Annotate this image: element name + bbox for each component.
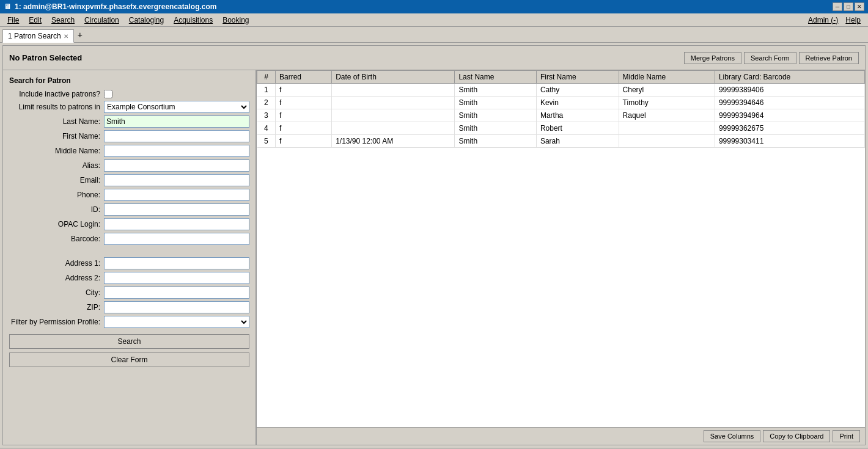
search-panel: Search for Patron Include inactive patro… (3, 70, 257, 445)
zip-input[interactable] (104, 301, 249, 313)
cell-firstname: Kevin (536, 97, 619, 109)
form-row-id: ID: (9, 203, 249, 216)
menu-circulation[interactable]: Circulation (79, 15, 124, 26)
include-inactive-checkbox[interactable] (104, 90, 112, 98)
tab-bar: 1 Patron Search ✕ + (0, 27, 868, 43)
cell-barcode: 99999303411 (715, 135, 864, 148)
title-bar: 🖥 1: admin@BR1-winxpvmfx.phasefx.evergre… (0, 0, 868, 13)
cell-barred: f (276, 84, 332, 97)
phone-input[interactable] (104, 189, 249, 201)
menu-acquisitions[interactable]: Acquisitions (169, 15, 218, 26)
cell-middlename (619, 122, 715, 135)
restore-button[interactable]: □ (844, 2, 853, 11)
form-row-email: Email: (9, 174, 249, 186)
label-city: City: (9, 288, 104, 297)
opac-login-input[interactable] (104, 218, 249, 230)
header-buttons: Merge Patrons Search Form Retrieve Patro… (684, 52, 859, 64)
search-form-button[interactable]: Search Form (744, 52, 796, 64)
address2-input[interactable] (104, 272, 249, 284)
address1-input[interactable] (104, 257, 249, 269)
col-barred: Barred (276, 71, 332, 84)
label-address2: Address 2: (9, 274, 104, 282)
cell-lastname: Smith (455, 97, 537, 109)
form-row-inactive: Include inactive patrons? (9, 90, 249, 98)
cell-dob: 1/13/90 12:00 AM (332, 135, 455, 148)
cell-dob (332, 97, 455, 109)
form-row-lastname: Last Name: (9, 115, 249, 128)
form-row-address2: Address 2: (9, 272, 249, 284)
form-row-phone: Phone: (9, 189, 249, 201)
cell-barcode: 99999394964 (715, 109, 864, 122)
table-row[interactable]: 4 f Smith Robert 99999362675 (257, 122, 865, 135)
form-row-limit: Limit results to patrons in Example Cons… (9, 101, 249, 113)
save-columns-button[interactable]: Save Columns (704, 430, 761, 442)
table-row[interactable]: 5 f 1/13/90 12:00 AM Smith Sarah 9999930… (257, 135, 865, 148)
print-button[interactable]: Print (833, 430, 860, 442)
cell-middlename: Cheryl (619, 84, 715, 97)
cell-firstname: Martha (536, 109, 619, 122)
table-row[interactable]: 3 f Smith Martha Raquel 99999394964 (257, 109, 865, 122)
tab-close-icon[interactable]: ✕ (64, 33, 68, 40)
results-table-container: # Barred Date of Birth Last Name First N… (257, 70, 865, 427)
email-input[interactable] (104, 174, 249, 186)
search-button[interactable]: Search (9, 334, 249, 349)
cell-num: 4 (257, 122, 276, 135)
tab-patron-search[interactable]: 1 Patron Search ✕ (2, 29, 74, 43)
menu-right: Admin (-) Help (808, 16, 866, 24)
cell-barred: f (276, 97, 332, 109)
limit-patrons-select[interactable]: Example Consortium (104, 101, 249, 113)
label-alias: Alias: (9, 161, 104, 170)
city-input[interactable] (104, 287, 249, 299)
retrieve-patron-button[interactable]: Retrieve Patron (799, 52, 859, 64)
cell-middlename: Raquel (619, 109, 715, 122)
menu-cataloging[interactable]: Cataloging (124, 15, 169, 26)
menu-admin[interactable]: Admin (-) (808, 16, 838, 24)
menu-edit[interactable]: Edit (24, 15, 46, 26)
alias-input[interactable] (104, 159, 249, 172)
col-dob: Date of Birth (332, 71, 455, 84)
results-footer: Save Columns Copy to Clipboard Print (257, 427, 865, 445)
cell-dob (332, 109, 455, 122)
permission-profile-select[interactable] (104, 316, 249, 328)
copy-to-clipboard-button[interactable]: Copy to Clipboard (763, 430, 830, 442)
form-row-alias: Alias: (9, 159, 249, 172)
barcode-input[interactable] (104, 233, 249, 245)
form-row-middlename: Middle Name: (9, 145, 249, 157)
clear-form-button[interactable]: Clear Form (9, 352, 249, 367)
merge-patrons-button[interactable]: Merge Patrons (684, 52, 741, 64)
id-input[interactable] (104, 203, 249, 216)
form-row-address1: Address 1: (9, 257, 249, 269)
cell-lastname: Smith (455, 84, 537, 97)
menu-search[interactable]: Search (46, 15, 79, 26)
label-limit: Limit results to patrons in (9, 103, 104, 111)
cell-barcode: 99999389406 (715, 84, 864, 97)
app-icon: 🖥 (4, 2, 11, 11)
table-row[interactable]: 1 f Smith Cathy Cheryl 99999389406 (257, 84, 865, 97)
menu-help[interactable]: Help (845, 16, 861, 24)
results-tbody: 1 f Smith Cathy Cheryl 99999389406 2 f S… (257, 84, 865, 148)
col-middlename: Middle Name (619, 71, 715, 84)
table-row[interactable]: 2 f Smith Kevin Timothy 99999394646 (257, 97, 865, 109)
label-address1: Address 1: (9, 259, 104, 268)
last-name-input[interactable] (104, 115, 249, 128)
tab-add-button[interactable]: + (74, 29, 86, 42)
window-title: 1: admin@BR1-winxpvmfx.phasefx.evergreen… (15, 2, 216, 11)
menu-bar: File Edit Search Circulation Cataloging … (0, 13, 868, 27)
cell-dob (332, 122, 455, 135)
title-controls: ─ □ ✕ (833, 2, 864, 11)
label-opac: OPAC Login: (9, 220, 104, 228)
middle-name-input[interactable] (104, 145, 249, 157)
first-name-input[interactable] (104, 130, 249, 142)
close-button[interactable]: ✕ (855, 2, 864, 11)
menu-file[interactable]: File (2, 15, 24, 26)
minimize-button[interactable]: ─ (833, 2, 842, 11)
menu-booking[interactable]: Booking (218, 15, 254, 26)
content-area: Search for Patron Include inactive patro… (3, 70, 865, 445)
form-row-zip: ZIP: (9, 301, 249, 313)
main-content: No Patron Selected Merge Patrons Search … (2, 45, 866, 445)
cell-lastname: Smith (455, 122, 537, 135)
title-left: 🖥 1: admin@BR1-winxpvmfx.phasefx.evergre… (4, 2, 216, 11)
form-row-barcode: Barcode: (9, 233, 249, 245)
label-phone: Phone: (9, 191, 104, 199)
cell-num: 3 (257, 109, 276, 122)
